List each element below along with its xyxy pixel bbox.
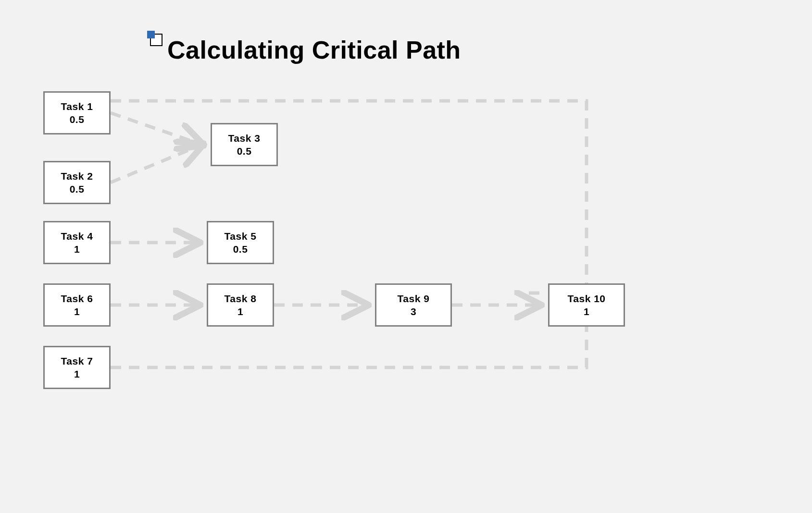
task-4-box: Task 4 1 [43,221,111,264]
task-label: Task 6 [61,292,93,305]
edges-layer [0,0,812,513]
task-label: Task 4 [61,230,93,243]
task-label: Task 1 [61,100,93,113]
task-value: 1 [584,305,589,318]
task-value: 0.5 [233,243,248,256]
task-value: 1 [74,367,80,380]
logo-icon [147,31,162,45]
task-label: Task 5 [225,230,257,243]
task-10-box: Task 10 1 [548,283,625,327]
diagram-canvas: Calculating Critical Path Task 1 0.5 Tas… [0,0,812,513]
task-8-box: Task 8 1 [207,283,274,327]
task-label: Task 8 [225,292,257,305]
task-value: 1 [74,305,80,318]
task-5-box: Task 5 0.5 [207,221,274,264]
task-label: Task 3 [228,132,261,145]
task-value: 1 [237,305,243,318]
task-value: 0.5 [237,145,252,158]
task-label: Task 10 [568,292,606,305]
task-6-box: Task 6 1 [43,283,111,327]
task-label: Task 9 [398,292,430,305]
task-label: Task 2 [61,170,93,183]
task-value: 0.5 [70,113,85,126]
task-7-box: Task 7 1 [43,346,111,389]
task-value: 0.5 [70,183,85,195]
task-9-box: Task 9 3 [375,283,452,327]
task-2-box: Task 2 0.5 [43,161,111,204]
task-label: Task 7 [61,354,93,367]
task-1-box: Task 1 0.5 [43,91,111,134]
task-3-box: Task 3 0.5 [211,123,278,166]
task-value: 1 [74,243,80,256]
task-value: 3 [411,305,416,318]
page-title: Calculating Critical Path [167,37,461,64]
